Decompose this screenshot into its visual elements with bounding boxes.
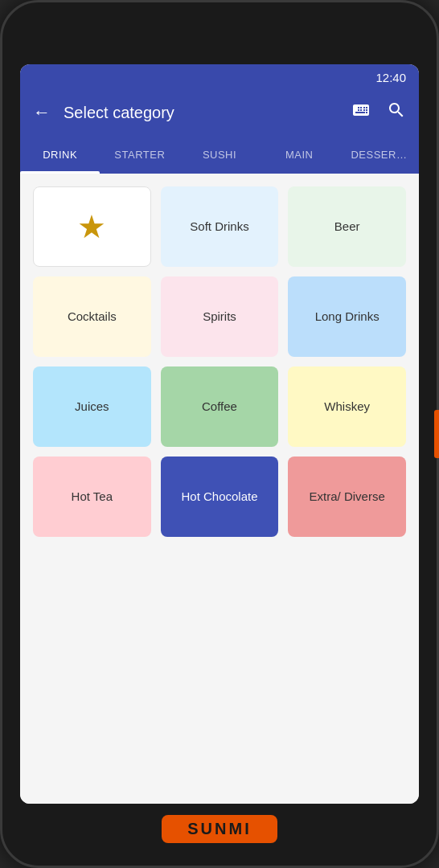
phone-shell: 12:40 ← Select category DRINK STA [0,0,439,868]
tab-main[interactable]: MAIN [260,135,339,174]
phone-screen: 12:40 ← Select category DRINK STA [20,64,419,804]
category-card-juices[interactable]: Juices [33,366,151,447]
tab-drink[interactable]: DRINK [20,135,100,174]
star-icon: ★ [77,206,106,248]
category-card-extra[interactable]: Extra/ Diverse [288,457,406,537]
tab-sushi[interactable]: SUSHI [179,135,259,174]
category-card-cocktails[interactable]: Cocktails [33,276,151,357]
category-card-spirits[interactable]: Spirits [161,276,279,357]
category-card-hot-chocolate[interactable]: Hot Chocolate [161,457,279,537]
app-header: ← Select category [20,90,419,135]
tab-bar: DRINK STARTER SUSHI MAIN DESSER… [20,135,419,174]
category-card-hot-tea[interactable]: Hot Tea [33,457,151,537]
category-card-beer[interactable]: Beer [288,186,406,267]
status-time: 12:40 [375,71,406,84]
brand-label: SUNMI [187,820,251,837]
category-card-favorites[interactable]: ★ [33,186,151,267]
category-grid: ★ Soft Drinks Beer Cocktails Spirits [33,186,406,537]
category-card-long-drinks[interactable]: Long Drinks [288,276,406,357]
search-icon[interactable] [384,97,409,128]
tab-starter[interactable]: STARTER [100,135,179,174]
tab-dessert[interactable]: DESSER… [339,135,419,174]
category-card-whiskey[interactable]: Whiskey [288,366,406,447]
keyboard-icon[interactable] [348,97,374,128]
category-card-soft-drinks[interactable]: Soft Drinks [161,186,279,267]
side-accent [434,410,439,458]
back-button[interactable]: ← [30,100,54,125]
category-card-coffee[interactable]: Coffee [161,366,279,447]
content-area: ★ Soft Drinks Beer Cocktails Spirits [20,174,419,804]
page-title: Select category [64,104,338,122]
status-bar: 12:40 [20,64,419,90]
brand-bar: SUNMI [162,815,277,843]
